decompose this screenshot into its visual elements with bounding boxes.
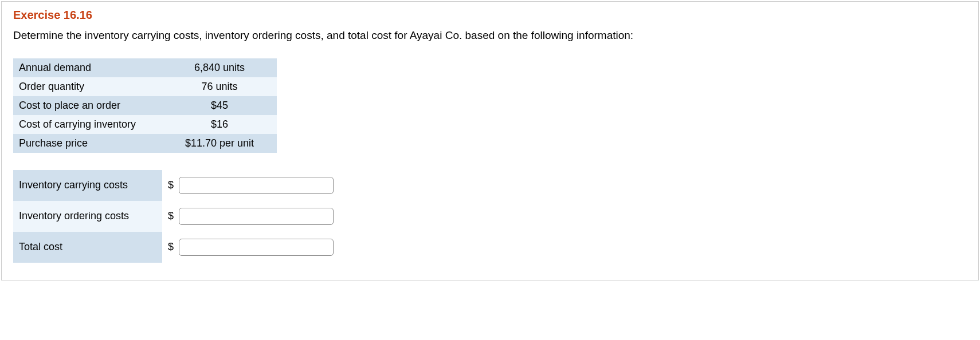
total-cost-input[interactable]: [179, 239, 334, 256]
info-row: Order quantity 76 units: [13, 77, 277, 96]
info-label: Order quantity: [13, 77, 162, 96]
answer-row: Total cost $: [13, 232, 357, 263]
info-value: $45: [162, 96, 277, 115]
answer-input-cell: $: [162, 232, 357, 263]
info-value: $16: [162, 115, 277, 134]
answer-table: Inventory carrying costs $ Inventory ord…: [13, 170, 357, 263]
dollar-sign: $: [168, 210, 174, 222]
answer-label: Total cost: [13, 232, 162, 263]
exercise-title: Exercise 16.16: [13, 9, 967, 22]
dollar-sign: $: [168, 179, 174, 191]
inventory-carrying-costs-input[interactable]: [179, 177, 334, 194]
info-label: Purchase price: [13, 134, 162, 153]
dollar-sign: $: [168, 241, 174, 252]
exercise-container: Exercise 16.16 Determine the inventory c…: [1, 1, 979, 280]
info-table: Annual demand 6,840 units Order quantity…: [13, 58, 277, 153]
answer-row: Inventory carrying costs $: [13, 170, 357, 201]
info-row: Cost of carrying inventory $16: [13, 115, 277, 134]
info-label: Cost of carrying inventory: [13, 115, 162, 134]
info-label: Cost to place an order: [13, 96, 162, 115]
info-value: 6,840 units: [162, 58, 277, 77]
answer-label: Inventory ordering costs: [13, 201, 162, 232]
exercise-prompt: Determine the inventory carrying costs, …: [13, 27, 967, 44]
answer-label: Inventory carrying costs: [13, 170, 162, 201]
info-row: Cost to place an order $45: [13, 96, 277, 115]
info-label: Annual demand: [13, 58, 162, 77]
info-value: $11.70 per unit: [162, 134, 277, 153]
info-row: Purchase price $11.70 per unit: [13, 134, 277, 153]
answer-input-cell: $: [162, 170, 357, 201]
answer-row: Inventory ordering costs $: [13, 201, 357, 232]
answer-input-cell: $: [162, 201, 357, 232]
info-value: 76 units: [162, 77, 277, 96]
inventory-ordering-costs-input[interactable]: [179, 208, 334, 225]
info-row: Annual demand 6,840 units: [13, 58, 277, 77]
